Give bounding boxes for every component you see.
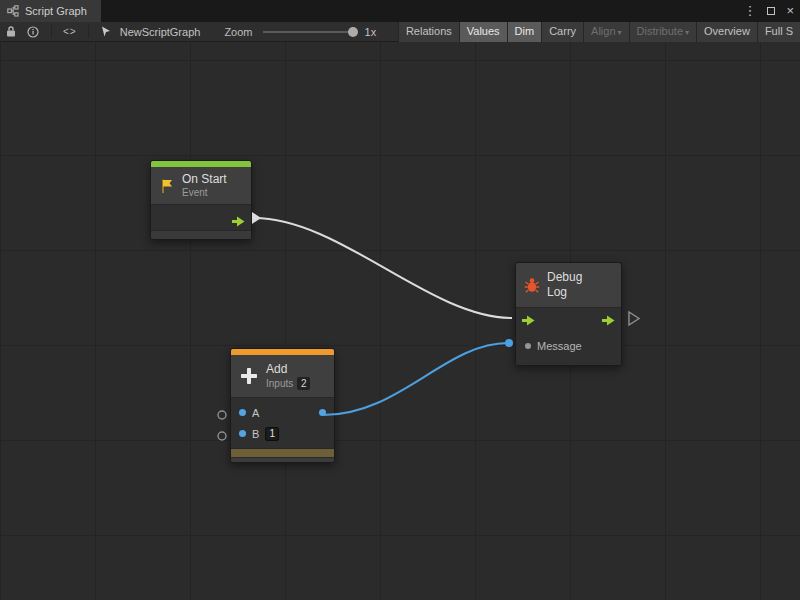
wire-add-to-message[interactable] [323, 343, 508, 415]
graph-canvas[interactable]: On Start Event [0, 42, 800, 600]
node-ports [151, 204, 251, 230]
align-label: Align [591, 25, 615, 37]
port-row-b: B 1 [231, 423, 334, 444]
port-label: B [252, 428, 259, 440]
flow-output-port[interactable] [602, 312, 615, 330]
code-view-icon[interactable]: <> [59, 26, 81, 37]
node-footer-accent [231, 448, 334, 457]
zoom-slider-handle[interactable] [348, 27, 358, 37]
toolbar-button-align[interactable]: Align▾ [583, 22, 628, 42]
floating-input-hint-a[interactable] [218, 411, 226, 419]
node-title: Debug [547, 270, 582, 285]
node-add[interactable]: Add Inputs 2 A B 1 [230, 348, 335, 463]
graph-name-label[interactable]: NewScriptGraph [120, 26, 201, 38]
value-output-port[interactable] [319, 409, 326, 416]
maximize-glyph [767, 7, 775, 15]
toolbar-button-carry[interactable]: Carry [541, 22, 583, 42]
info-icon[interactable] [27, 26, 39, 38]
toolbar: <> NewScriptGraph Zoom 1x Relations Valu… [0, 22, 800, 42]
value-input-port-message[interactable] [525, 343, 531, 349]
chevron-down-icon: ▾ [618, 28, 622, 37]
wire-end-dot [505, 339, 513, 347]
toolbar-button-values[interactable]: Values [459, 22, 507, 42]
node-footer [151, 230, 251, 239]
tab-title: Script Graph [25, 5, 87, 17]
bug-icon [524, 277, 540, 294]
node-title: On Start [182, 172, 227, 187]
window-titlebar: Script Graph ⋮ × [0, 0, 800, 22]
node-header: On Start Event [151, 167, 251, 204]
graph-asset-icon [101, 26, 112, 37]
node-header: Debug Log [516, 263, 621, 307]
value-input-port-b[interactable] [239, 430, 246, 437]
flag-icon [159, 178, 175, 194]
flow-input-port[interactable] [522, 312, 535, 330]
toolbar-separator [51, 25, 52, 38]
inputs-label: Inputs [266, 378, 293, 390]
tab-script-graph[interactable]: Script Graph [0, 0, 101, 22]
zoom-value: 1x [365, 26, 377, 38]
chevron-down-icon: ▾ [685, 28, 689, 37]
node-subtitle: Log [547, 285, 582, 300]
inputs-count-field[interactable]: 2 [297, 377, 310, 390]
node-header: Add Inputs 2 [231, 355, 334, 397]
message-port-row: Message [516, 334, 621, 358]
distribute-label: Distribute [637, 25, 683, 37]
node-ports: A B 1 [231, 397, 334, 448]
plus-icon [239, 366, 259, 386]
lock-icon[interactable] [5, 25, 17, 38]
zoom-slider[interactable] [263, 31, 355, 33]
wire-start-nub [252, 212, 261, 224]
toolbar-button-dim[interactable]: Dim [507, 22, 542, 42]
wire-onstart-to-debuglog[interactable] [254, 218, 512, 318]
toolbar-button-relations[interactable]: Relations [398, 22, 459, 42]
menu-icon[interactable]: ⋮ [743, 0, 756, 22]
close-icon[interactable]: × [786, 0, 794, 22]
node-title: Add [266, 362, 310, 377]
node-subtitle: Inputs 2 [266, 377, 310, 390]
flow-port-row [516, 308, 621, 334]
node-footer [231, 457, 334, 462]
flow-continue-hint-icon[interactable] [629, 312, 639, 325]
zoom-label: Zoom [224, 26, 252, 38]
floating-input-hint-b[interactable] [218, 432, 226, 440]
toolbar-button-fullscreen[interactable]: Full S [757, 22, 800, 42]
toolbar-button-overview[interactable]: Overview [696, 22, 757, 42]
node-subtitle: Event [182, 187, 227, 199]
node-on-start[interactable]: On Start Event [150, 160, 252, 240]
port-label: A [252, 407, 259, 419]
port-label: Message [537, 340, 582, 352]
script-graph-icon [7, 5, 19, 17]
maximize-icon[interactable] [767, 0, 775, 22]
node-ports: Message [516, 307, 621, 365]
window-controls: ⋮ × [743, 0, 794, 22]
node-debug-log[interactable]: Debug Log [515, 262, 622, 366]
value-input-port-a[interactable] [239, 409, 246, 416]
wire-layer [0, 42, 800, 600]
port-b-value-field[interactable]: 1 [265, 427, 279, 441]
toolbar-button-distribute[interactable]: Distribute▾ [629, 22, 696, 42]
toolbar-separator [88, 25, 89, 38]
flow-output-port[interactable] [232, 213, 245, 231]
toolbar-buttons: Relations Values Dim Carry Align▾ Distri… [398, 22, 800, 42]
